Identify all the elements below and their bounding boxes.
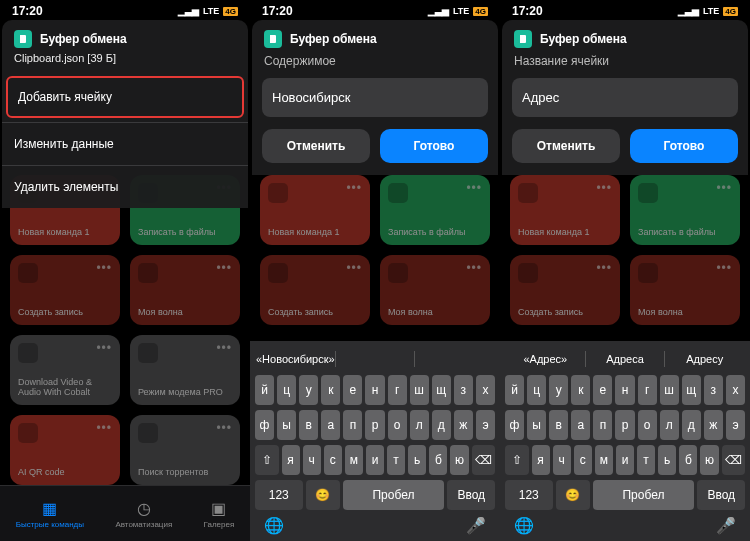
letter-key[interactable]: т xyxy=(387,445,405,475)
letter-key[interactable]: ь xyxy=(658,445,676,475)
letter-key[interactable]: ш xyxy=(660,375,679,405)
letter-key[interactable]: х xyxy=(726,375,745,405)
suggestion[interactable]: Адресу xyxy=(665,351,744,367)
backspace-key[interactable]: ⌫ xyxy=(722,445,746,475)
space-key[interactable]: Пробел xyxy=(343,480,445,510)
letter-key[interactable]: к xyxy=(571,375,590,405)
letter-key[interactable]: м xyxy=(595,445,613,475)
letter-key[interactable]: ф xyxy=(255,410,274,440)
suggestion[interactable]: «Новосибирск» xyxy=(256,351,336,367)
letter-key[interactable]: в xyxy=(299,410,318,440)
letter-key[interactable]: н xyxy=(365,375,384,405)
shortcut-tile[interactable]: •••Режим модема PRO xyxy=(130,335,240,405)
letter-key[interactable]: ю xyxy=(450,445,468,475)
letter-key[interactable]: д xyxy=(682,410,701,440)
menu-delete-elements[interactable]: Удалить элементы xyxy=(2,165,248,208)
shift-key[interactable]: ⇧ xyxy=(255,445,279,475)
letter-key[interactable]: у xyxy=(549,375,568,405)
letter-key[interactable]: а xyxy=(571,410,590,440)
shortcut-tile[interactable]: •••Download Video & Audio With Cobalt xyxy=(10,335,120,405)
cancel-button[interactable]: Отменить xyxy=(262,129,370,163)
done-button[interactable]: Готово xyxy=(380,129,488,163)
letter-key[interactable]: й xyxy=(255,375,274,405)
letter-key[interactable]: л xyxy=(660,410,679,440)
letter-key[interactable]: ы xyxy=(277,410,296,440)
letter-key[interactable]: ц xyxy=(527,375,546,405)
enter-key[interactable]: Ввод xyxy=(447,480,495,510)
letter-key[interactable]: я xyxy=(532,445,550,475)
numeric-key[interactable]: 123 xyxy=(255,480,303,510)
shortcut-tile[interactable]: •••AI QR code xyxy=(10,415,120,485)
shift-key[interactable]: ⇧ xyxy=(505,445,529,475)
letter-key[interactable]: к xyxy=(321,375,340,405)
letter-key[interactable]: п xyxy=(593,410,612,440)
letter-key[interactable]: я xyxy=(282,445,300,475)
letter-key[interactable]: ч xyxy=(553,445,571,475)
shortcut-tile[interactable]: •••Создать запись xyxy=(510,255,620,325)
letter-key[interactable]: э xyxy=(726,410,745,440)
menu-edit-data[interactable]: Изменить данные xyxy=(2,122,248,165)
numeric-key[interactable]: 123 xyxy=(505,480,553,510)
shortcut-tile[interactable]: •••Создать запись xyxy=(10,255,120,325)
shortcut-tile[interactable]: •••Моя волна xyxy=(130,255,240,325)
letter-key[interactable]: г xyxy=(638,375,657,405)
letter-key[interactable]: ь xyxy=(408,445,426,475)
letter-key[interactable]: б xyxy=(679,445,697,475)
name-input[interactable] xyxy=(512,78,738,117)
mic-icon[interactable]: 🎤 xyxy=(716,516,736,535)
letter-key[interactable]: щ xyxy=(432,375,451,405)
globe-icon[interactable]: 🌐 xyxy=(264,516,284,535)
letter-key[interactable]: ж xyxy=(454,410,473,440)
letter-key[interactable]: э xyxy=(476,410,495,440)
shortcut-tile[interactable]: •••Новая команда 1 xyxy=(260,175,370,245)
letter-key[interactable]: х xyxy=(476,375,495,405)
space-key[interactable]: Пробел xyxy=(593,480,695,510)
letter-key[interactable]: и xyxy=(616,445,634,475)
tab-gallery[interactable]: ▣Галерея xyxy=(204,499,235,529)
letter-key[interactable]: е xyxy=(593,375,612,405)
letter-key[interactable]: й xyxy=(505,375,524,405)
menu-add-cell[interactable]: Добавить ячейку xyxy=(6,76,244,118)
suggestion[interactable]: «Адрес» xyxy=(506,351,586,367)
letter-key[interactable]: ю xyxy=(700,445,718,475)
letter-key[interactable]: щ xyxy=(682,375,701,405)
tab-automation[interactable]: ◷Автоматизация xyxy=(115,499,172,529)
letter-key[interactable]: м xyxy=(345,445,363,475)
letter-key[interactable]: з xyxy=(704,375,723,405)
letter-key[interactable]: п xyxy=(343,410,362,440)
letter-key[interactable]: о xyxy=(388,410,407,440)
letter-key[interactable]: р xyxy=(615,410,634,440)
letter-key[interactable]: с xyxy=(574,445,592,475)
letter-key[interactable]: ц xyxy=(277,375,296,405)
letter-key[interactable]: з xyxy=(454,375,473,405)
letter-key[interactable]: б xyxy=(429,445,447,475)
letter-key[interactable]: ш xyxy=(410,375,429,405)
shortcut-tile[interactable]: •••Моя волна xyxy=(380,255,490,325)
letter-key[interactable]: а xyxy=(321,410,340,440)
enter-key[interactable]: Ввод xyxy=(697,480,745,510)
shortcut-tile[interactable]: •••Создать запись xyxy=(260,255,370,325)
letter-key[interactable]: в xyxy=(549,410,568,440)
letter-key[interactable]: и xyxy=(366,445,384,475)
mic-icon[interactable]: 🎤 xyxy=(466,516,486,535)
letter-key[interactable]: т xyxy=(637,445,655,475)
content-input[interactable] xyxy=(262,78,488,117)
letter-key[interactable]: ч xyxy=(303,445,321,475)
letter-key[interactable]: ж xyxy=(704,410,723,440)
letter-key[interactable]: е xyxy=(343,375,362,405)
letter-key[interactable]: д xyxy=(432,410,451,440)
cancel-button[interactable]: Отменить xyxy=(512,129,620,163)
shortcut-tile[interactable]: •••Записать в файлы xyxy=(380,175,490,245)
letter-key[interactable]: г xyxy=(388,375,407,405)
letter-key[interactable]: л xyxy=(410,410,429,440)
letter-key[interactable]: у xyxy=(299,375,318,405)
emoji-key[interactable]: 😊 xyxy=(306,480,340,510)
shortcut-tile[interactable]: •••Записать в файлы xyxy=(630,175,740,245)
letter-key[interactable]: ф xyxy=(505,410,524,440)
letter-key[interactable]: о xyxy=(638,410,657,440)
suggestion[interactable] xyxy=(336,351,416,367)
letter-key[interactable]: ы xyxy=(527,410,546,440)
backspace-key[interactable]: ⌫ xyxy=(472,445,496,475)
letter-key[interactable]: н xyxy=(615,375,634,405)
shortcut-tile[interactable]: •••Моя волна xyxy=(630,255,740,325)
